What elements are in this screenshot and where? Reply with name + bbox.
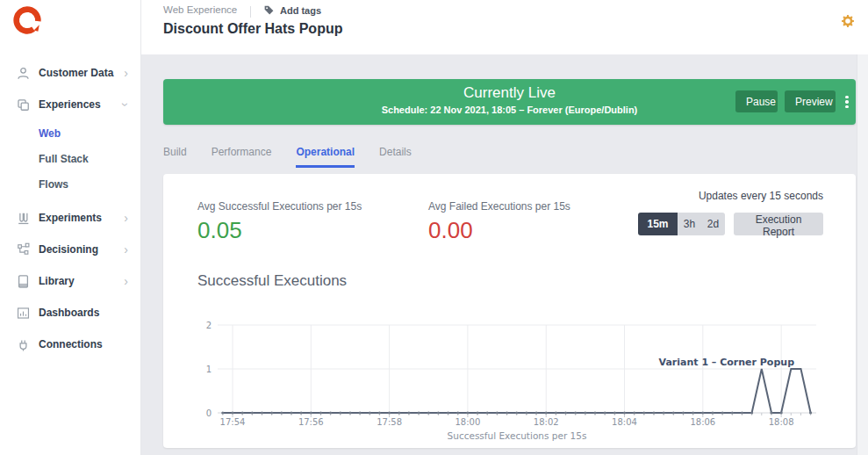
chart-point <box>701 411 704 414</box>
chart-point <box>477 411 479 414</box>
stat-value: 0.05 <box>197 217 362 244</box>
sidebar-item-experiences[interactable]: Experiences› <box>0 89 140 120</box>
chart-point <box>456 411 459 414</box>
scrollbar[interactable] <box>857 54 868 455</box>
chart-point <box>388 411 391 414</box>
chart-point <box>231 411 233 414</box>
gear-icon[interactable] <box>841 14 855 28</box>
add-tags-button[interactable]: Add tags <box>263 4 321 16</box>
chart-point <box>525 411 527 414</box>
chart-x-axis-title: Successful Executions per 15s <box>448 430 587 441</box>
tab-details[interactable]: Details <box>379 146 412 168</box>
sidebar-item-web[interactable]: Web <box>0 120 140 146</box>
sidebar-item-dashboards[interactable]: Dashboards <box>0 297 140 329</box>
layers-icon <box>16 98 31 112</box>
range-button-15m[interactable]: 15m <box>638 213 678 235</box>
chart-point <box>633 411 635 414</box>
breadcrumb: Web Experience <box>163 4 237 15</box>
chart-point <box>545 411 548 414</box>
decision-tree-icon <box>16 242 31 257</box>
sidebar-item-label: Experiences <box>39 98 101 111</box>
status-banner: Currently Live Schedule: 22 Nov 2021, 18… <box>163 79 856 125</box>
page-title: Discount Offer Hats Popup <box>163 21 342 37</box>
chart-y-tick-label: 1 <box>206 365 212 374</box>
app-logo-icon[interactable] <box>11 4 44 37</box>
sidebar-item-label: Experiments <box>39 212 102 224</box>
kebab-menu-icon[interactable] <box>841 91 853 112</box>
user-icon <box>16 66 31 81</box>
chart-point <box>398 411 400 414</box>
tag-icon <box>263 4 275 16</box>
preview-button[interactable]: Preview <box>785 90 836 112</box>
sidebar-item-full-stack[interactable]: Full Stack <box>0 146 140 171</box>
chart-point <box>642 411 645 414</box>
bar-chart-icon <box>16 306 31 321</box>
sidebar-item-connections[interactable]: Connections <box>0 329 140 360</box>
breadcrumb-divider <box>250 6 251 18</box>
chart-y-tick-label: 0 <box>206 408 212 418</box>
chevron-right-icon: › <box>124 67 128 79</box>
chart-point <box>319 411 322 414</box>
chart-point <box>692 411 694 414</box>
add-tags-label: Add tags <box>280 5 321 16</box>
sidebar-item-label: Library <box>39 275 75 287</box>
chart-series-label: Variant 1 – Corner Popup <box>659 357 795 368</box>
operational-panel: Avg Successful Executions per 15s 0.05 A… <box>163 174 856 448</box>
sidebar-item-decisioning[interactable]: Decisioning› <box>0 234 140 265</box>
tab-operational[interactable]: Operational <box>296 146 355 168</box>
chart-point <box>369 411 371 414</box>
chart-point <box>663 411 665 414</box>
chart-point <box>593 411 596 414</box>
chevron-right-icon: › <box>124 212 128 224</box>
chart-title: Successful Executions <box>197 272 347 290</box>
tab-performance[interactable]: Performance <box>212 146 272 168</box>
range-button-3h[interactable]: 3h <box>678 213 701 235</box>
chart-point <box>241 411 244 414</box>
sidebar: Customer Data›Experiences›WebFull StackF… <box>0 0 141 455</box>
chevron-right-icon: › <box>124 275 128 287</box>
tab-bar: BuildPerformanceOperationalDetails <box>163 146 436 168</box>
chart-x-tick-label: 17:56 <box>298 417 324 427</box>
chart-point <box>682 411 685 414</box>
chart-point <box>300 411 303 414</box>
chart-point <box>750 411 753 414</box>
chart-point <box>574 411 577 414</box>
chart-point <box>535 411 538 414</box>
sidebar-item-customer-data[interactable]: Customer Data› <box>0 57 140 89</box>
stat-label: Avg Successful Executions per 15s <box>197 200 362 213</box>
stat-successful-executions: Avg Successful Executions per 15s 0.05 <box>197 200 362 244</box>
chart-point <box>427 411 430 414</box>
sidebar-item-label: Customer Data <box>39 67 113 79</box>
chart-point <box>310 411 312 414</box>
chart-point <box>290 411 292 414</box>
sidebar-item-experiments[interactable]: Experiments› <box>0 202 140 234</box>
range-button-2d[interactable]: 2d <box>701 213 725 235</box>
time-range-selector: 15m3h2d <box>638 213 725 235</box>
chevron-down-icon: › <box>120 103 133 107</box>
chart-point <box>496 411 499 414</box>
pause-button[interactable]: Pause <box>735 90 778 112</box>
chart-point <box>339 411 341 414</box>
chart-point <box>466 411 469 414</box>
sidebar-item-label: Web <box>39 127 61 140</box>
sidebar-item-label: Dashboards <box>39 307 99 319</box>
chart-x-tick-label: 18:04 <box>612 417 637 427</box>
sidebar-item-flows[interactable]: Flows <box>0 171 140 197</box>
execution-report-button[interactable]: Execution Report <box>734 213 823 235</box>
chart-point <box>555 411 557 414</box>
flask-icon <box>16 211 31 226</box>
stat-value: 0.00 <box>428 217 570 244</box>
chart-point <box>613 411 616 414</box>
chart-point <box>329 411 332 414</box>
chart-point <box>418 411 420 414</box>
chart-x-tick-label: 18:08 <box>769 417 794 427</box>
chart-point <box>359 411 362 414</box>
tab-build[interactable]: Build <box>163 146 187 168</box>
sidebar-item-label: Flows <box>39 178 68 191</box>
sidebar-item-label: Full Stack <box>39 153 89 165</box>
chart-point <box>437 411 440 414</box>
page-header: Web Experience Add tags Discount Offer H… <box>140 0 868 54</box>
chart-point <box>731 411 734 414</box>
chart-point <box>711 411 714 414</box>
sidebar-item-library[interactable]: Library› <box>0 265 140 297</box>
